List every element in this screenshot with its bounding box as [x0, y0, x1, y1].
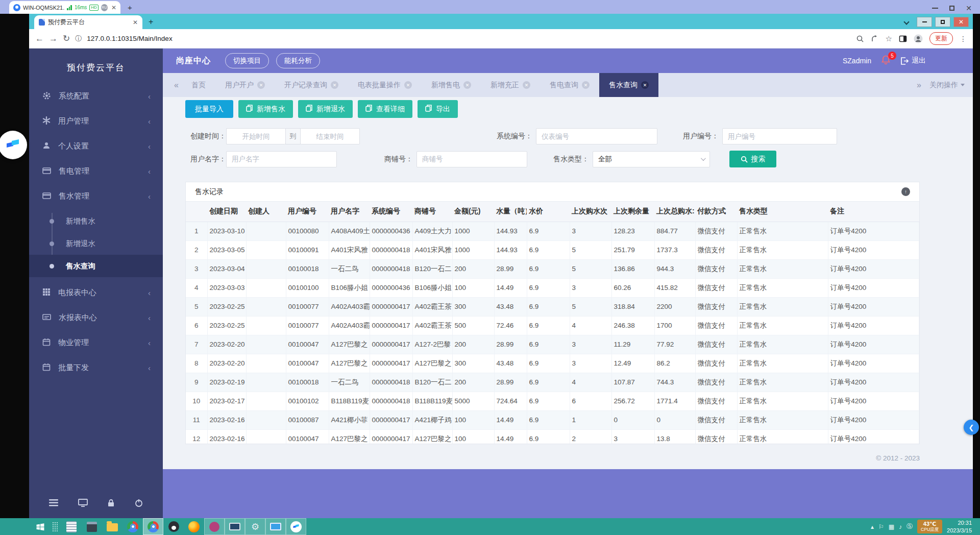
start-button[interactable]	[32, 518, 49, 535]
chevron-down-icon[interactable]	[903, 19, 909, 25]
close-window-icon[interactable]: ✕	[966, 6, 972, 11]
table-row[interactable]: 1 2023-03-10 00100080 A408A409土 00000004…	[186, 222, 919, 240]
page-tab[interactable]: 开户记录查询 ✕	[275, 73, 348, 97]
table-row[interactable]: 12 2023-02-16 00100047 A127巴黎之 000000041…	[186, 429, 919, 444]
side-panel-icon[interactable]	[899, 35, 907, 43]
table-row[interactable]: 2 2023-03-05 00100091 A401宋风雅 0000000418…	[186, 240, 919, 259]
sidebar-item-batch-dispatch[interactable]: 批量下发 ‹	[29, 355, 163, 380]
taskbar-display-app-icon[interactable]	[265, 518, 286, 535]
table-row[interactable]: 3 2023-03-04 00100018 一石二鸟 0000000418 B1…	[186, 259, 919, 278]
zoom-icon[interactable]	[856, 35, 864, 43]
lock-icon[interactable]	[107, 499, 115, 509]
scroll-tabs-right-icon[interactable]: »	[914, 81, 924, 90]
page-tab[interactable]: 电表批量操作 ✕	[348, 73, 422, 97]
back-icon[interactable]: ←	[35, 34, 44, 44]
column-header[interactable]: 用户编号	[286, 202, 329, 222]
action-button[interactable]: 查看详细	[358, 100, 412, 118]
table-row[interactable]: 6 2023-02-25 00100077 A402A403霸 00000004…	[186, 316, 919, 335]
logout-button[interactable]: 退出	[900, 56, 926, 65]
table-row[interactable]: 8 2023-02-20 00100047 A127巴黎之 0000000417…	[186, 354, 919, 373]
maximize-window-icon[interactable]	[949, 6, 954, 11]
page-tab[interactable]: 售电查询 ✕	[540, 73, 599, 97]
action-button[interactable]: 导出	[418, 100, 458, 118]
column-header[interactable]: 金额(元)	[452, 202, 494, 222]
share-icon[interactable]	[871, 35, 879, 43]
tray-flag-icon[interactable]: ⚐	[878, 523, 884, 530]
page-tab[interactable]: 新增充正 ✕	[481, 73, 540, 97]
close-tab-icon[interactable]: ✕	[257, 81, 265, 89]
energy-analysis-button[interactable]: 能耗分析	[276, 53, 320, 68]
taskbar-terminal-icon[interactable]	[82, 518, 102, 535]
column-header[interactable]: 上次总购水:	[654, 202, 695, 222]
tray-expand-icon[interactable]: ▴	[871, 523, 874, 530]
column-header[interactable]: 备注	[828, 202, 919, 222]
cpu-temp-badge[interactable]: 43℃ CPU温度	[917, 520, 942, 533]
taskbar-clock[interactable]: 20:31 2023/3/15	[947, 519, 972, 534]
sidebar-item-water-report-center[interactable]: 水报表中心 ‹	[29, 305, 163, 330]
taskbar-todesk-icon[interactable]	[286, 518, 306, 535]
sidebar-item-water-sale-query[interactable]: 售水查询	[29, 255, 163, 277]
switch-project-button[interactable]: 切换项目	[225, 53, 269, 68]
table-row[interactable]: 10 2023-02-17 00100102 B118B119麦 0000000…	[186, 392, 919, 410]
tray-keyboard-icon[interactable]: ▦	[889, 523, 894, 530]
hd-badge[interactable]: HD	[89, 5, 99, 11]
taskbar-chrome-icon[interactable]	[122, 518, 143, 535]
panel-collapse-icon[interactable]: ↑	[901, 187, 910, 196]
page-tab[interactable]: 新增售电 ✕	[422, 73, 481, 97]
taskbar-notepad-icon[interactable]	[61, 518, 82, 535]
sidebar-item-personal-settings[interactable]: 个人设置 ‹	[29, 134, 163, 159]
end-time-input[interactable]	[301, 128, 360, 144]
taskbar-media-icon[interactable]	[204, 518, 225, 535]
user-no-input[interactable]	[722, 128, 837, 144]
close-tab-icon[interactable]: ✕	[331, 81, 338, 89]
column-header[interactable]: 上次剩余量	[611, 202, 654, 222]
menu-kebab-icon[interactable]: ⋮	[960, 35, 967, 43]
user-name-input[interactable]	[226, 151, 337, 167]
browser-tab[interactable]: 预付费云平台 ✕	[34, 15, 142, 29]
new-session-button[interactable]: +	[128, 3, 132, 12]
tray-volume-icon[interactable]: ♪	[899, 523, 902, 530]
close-tab-icon[interactable]: ✕	[404, 81, 412, 89]
page-tab[interactable]: 用户开户 ✕	[215, 73, 275, 97]
close-tab-icon[interactable]: ✕	[133, 19, 138, 26]
reload-icon[interactable]: ↻	[63, 33, 70, 44]
page-tab[interactable]: 售水查询 ✕	[599, 73, 658, 97]
action-button[interactable]: 新增售水	[238, 100, 293, 118]
column-header[interactable]: 创建人	[246, 202, 286, 222]
sidebar-item-electric-report-center[interactable]: 电报表中心 ‹	[29, 280, 163, 305]
user-badge[interactable]: RU	[101, 4, 108, 11]
close-tab-icon[interactable]: ✕	[523, 81, 530, 89]
sidebar-item-property-management[interactable]: 物业管理 ‹	[29, 330, 163, 355]
inner-minimize-button[interactable]	[917, 17, 932, 27]
sidebar-item-electricity-sale[interactable]: 售电管理 ‹	[29, 159, 163, 184]
scroll-tabs-left-icon[interactable]: «	[171, 81, 182, 90]
taskbar-explorer-icon[interactable]	[102, 518, 122, 535]
column-header[interactable]: 商铺号	[412, 202, 452, 222]
inner-close-button[interactable]: ✕	[953, 17, 969, 27]
action-button[interactable]: 新增退水	[298, 100, 353, 118]
taskbar-monitor-app-icon[interactable]	[225, 518, 245, 535]
close-tab-icon[interactable]: ✕	[463, 81, 471, 89]
taskbar-firefox-icon[interactable]	[184, 518, 204, 535]
shop-no-input[interactable]	[416, 151, 527, 167]
tray-input-method-icon[interactable]: Ⓢ	[906, 522, 913, 531]
minimize-window-icon[interactable]	[932, 8, 938, 9]
column-header[interactable]: 创建日期	[207, 202, 246, 222]
sidebar-item-new-water-refund[interactable]: 新增退水	[29, 232, 163, 255]
table-row[interactable]: 11 2023-02-16 00100087 A421椰小菲 000000041…	[186, 410, 919, 429]
start-time-input[interactable]	[226, 128, 285, 144]
table-row[interactable]: 5 2023-02-25 00100077 A402A403霸 00000004…	[186, 297, 919, 316]
edge-panel-toggle[interactable]: ❮	[964, 420, 979, 435]
update-button[interactable]: 更新	[929, 32, 953, 45]
remote-session-tab[interactable]: WIN-OQMSK21... 16ms HD RU ✕	[9, 1, 120, 14]
column-header[interactable]: 售水类型	[737, 202, 828, 222]
action-button[interactable]: 批量导入	[185, 100, 233, 118]
table-row[interactable]: 7 2023-02-20 00100047 A127巴黎之 0000000417…	[186, 335, 919, 354]
forward-icon[interactable]: →	[49, 34, 58, 44]
inner-maximize-button[interactable]	[935, 17, 950, 27]
new-tab-button[interactable]: +	[149, 17, 153, 27]
taskbar-chrome-active-icon[interactable]	[143, 518, 163, 535]
sidebar-item-user-management[interactable]: 用户管理 ‹	[29, 109, 163, 134]
sidebar-item-water-sale[interactable]: 售水管理 ‹	[29, 184, 163, 209]
sale-type-select[interactable]: 全部	[593, 151, 710, 167]
